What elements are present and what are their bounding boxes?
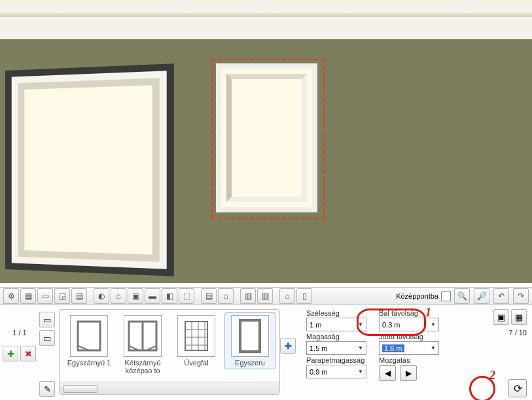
annotation-number-2: 2 (489, 369, 495, 382)
tool-door-icon[interactable]: ▯ (296, 288, 312, 304)
brush-icon[interactable]: ✎ (39, 381, 55, 397)
wall-left (0, 33, 182, 283)
right-controls: ▣ ▦ 7 / 10 ⟳ (485, 305, 532, 400)
tool-furniture-icon[interactable]: ⌂ (111, 288, 126, 304)
tool-pattern-icon[interactable]: ▤ (71, 288, 87, 304)
tool-wall1-icon[interactable]: ▥ (240, 288, 256, 304)
viewport-3d[interactable] (0, 0, 532, 283)
properties-panel: Szélesség 1 m▼ Bal távolság 0.3 m▼ Magas… (298, 305, 445, 400)
tool-light-icon[interactable]: ◐ (94, 288, 109, 304)
tool-gear-icon[interactable]: ⚙ (3, 288, 19, 304)
delete-button[interactable]: ✖ (20, 346, 36, 361)
tool-cube-icon[interactable]: ◧ (162, 288, 177, 304)
pager-left: 1 / 1 (3, 329, 37, 337)
width-select[interactable]: 1 m▼ (306, 318, 366, 331)
gallery-item-label: Kétszárnyú középso to (119, 359, 166, 375)
tool-wall2-icon[interactable]: ▥ (257, 288, 273, 304)
gallery-item-label: Üvegfal (184, 359, 208, 367)
parapet-label: Parapetmagasság (306, 356, 370, 364)
thumb-tools: ▭ ▭ ✎ (39, 305, 59, 400)
main-toolbar: ⚙ ▦ ▭ ◲ ▤ ◐ ⌂ ▣ ▬ ◧ ⬚ ▤ ⌂ ▥ ▥ ⌂ ▯ Középp… (0, 287, 532, 305)
gallery-scrollbar[interactable] (60, 382, 279, 394)
view-brick-icon[interactable]: ▦ (511, 309, 527, 325)
left-distance-label: Bal távolság (379, 309, 442, 317)
tool-bath-icon[interactable]: ⌂ (279, 288, 295, 304)
tool-house-icon[interactable]: ⌂ (218, 288, 234, 304)
svg-rect-7 (240, 320, 260, 352)
gallery: Egyszárnyú 1 Kétszárnyú középso to Üvegf… (59, 309, 280, 395)
left-controls: 1 / 1 ✚ ✖ (0, 305, 39, 400)
gallery-item-1[interactable]: Kétszárnyú középso to (117, 312, 168, 377)
mini-mid-icon[interactable]: ▭ (39, 330, 55, 346)
move-label: Mozgatás (379, 356, 442, 364)
selection-marquee (211, 59, 325, 219)
view-picture-icon[interactable]: ▣ (493, 309, 509, 325)
left-distance-select[interactable]: 0.3 m▼ (379, 318, 439, 331)
add-button[interactable]: ✚ (3, 346, 18, 361)
tool-grid-icon[interactable]: ▦ (20, 288, 36, 304)
gallery-item-3[interactable]: Egyszeru (224, 312, 275, 369)
gallery-item-label: Egyszeru (235, 359, 265, 367)
center-checkbox[interactable] (441, 292, 451, 301)
svg-rect-0 (78, 322, 100, 350)
height-select[interactable]: 1.5 m▼ (306, 341, 366, 355)
add-gallery-button[interactable]: ✚ (280, 338, 296, 354)
window-left (5, 63, 174, 276)
tool-search-icon[interactable]: 🔍 (454, 288, 470, 304)
right-distance-select[interactable]: 1.6 m▼ (379, 341, 439, 355)
tool-redo-icon[interactable]: ↷ (513, 288, 529, 304)
gallery-item-2[interactable]: Üvegfal (171, 312, 222, 369)
tool-zoom-icon[interactable]: 🔎 (474, 288, 489, 304)
right-distance-label: Jobb távolság (379, 333, 442, 341)
pager-right: 7 / 10 (508, 329, 527, 337)
sync-button[interactable]: ⟳ (508, 379, 527, 397)
tool-building-icon[interactable]: ▤ (201, 288, 217, 304)
move-right-button[interactable]: ▶ (400, 365, 417, 381)
annotation-number-1: 1 (425, 306, 431, 320)
tool-palette-icon[interactable]: ▭ (37, 288, 53, 304)
center-checkbox-label: Középpontba (396, 292, 438, 300)
tool-paint-icon[interactable]: ⬚ (179, 288, 194, 304)
gallery-item-0[interactable]: Egyszárnyú 1 (63, 312, 115, 369)
tool-undo-icon[interactable]: ↶ (493, 288, 509, 304)
tool-book-icon[interactable]: ▬ (145, 288, 160, 304)
height-label: Magasság (306, 333, 370, 341)
width-label: Szélesség (306, 309, 370, 317)
gallery-item-label: Egyszárnyú 1 (67, 359, 111, 367)
mini-top-icon[interactable]: ▭ (39, 312, 55, 327)
bottom-panel: 1 / 1 ✚ ✖ ▭ ▭ ✎ Egyszárnyú 1 Kétszárnyú … (0, 305, 532, 400)
tool-picture-icon[interactable]: ▣ (128, 288, 143, 304)
parapet-select[interactable]: 0.9 m▼ (306, 365, 366, 378)
svg-rect-6 (185, 322, 207, 350)
tool-switch-icon[interactable]: ◲ (54, 288, 70, 304)
move-left-button[interactable]: ◀ (379, 365, 396, 381)
